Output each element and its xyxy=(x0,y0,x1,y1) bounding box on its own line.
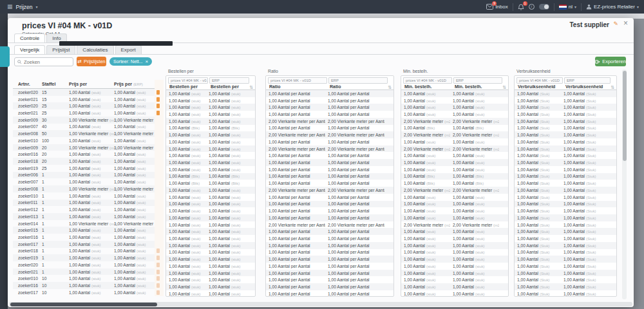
table-row[interactable]: 2,00 Vierkante meter(m2)2,00 Vierkante m… xyxy=(401,187,508,194)
table-row[interactable]: 1,00 Aantal(stuk)1,00 Aantal(stuk) xyxy=(401,104,508,111)
table-row[interactable]: 1,00 Aantal(Stuk)1,00 Aantal(Stuk) xyxy=(515,173,616,180)
col-header-artnr[interactable]: Artnr. xyxy=(18,82,30,86)
table-row[interactable]: 1,00 Aantal(stuk)1,00 Aantal(stuk) xyxy=(166,263,255,270)
table-row[interactable]: 1,00 Aantal(stuk)1,00 Aantal(stuk) xyxy=(166,221,255,229)
table-row[interactable]: 1,00 Aantal(stuk)1,00 Aantal(stuk) xyxy=(166,187,255,194)
table-row[interactable]: 1,00 Aantal per Aantal1,00 Aantal per Aa… xyxy=(266,207,393,214)
table-row[interactable]: 1,00 Aantal(stuk)1,00 Aantal(stuk) xyxy=(401,152,508,159)
side-accent-tab[interactable] xyxy=(0,46,10,67)
table-row[interactable]: zoeker016201,00 Aantal(stuk)1,00 Aantal(… xyxy=(13,151,155,158)
table-row[interactable]: 1,00 Aantal per Aantal1,00 Aantal per Aa… xyxy=(266,90,393,97)
table-row[interactable]: 1,00 Aantal(Blik)1,00 Aantal(Blik) xyxy=(166,125,255,132)
table-row[interactable]: 1,00 Aantal per Aantal1,00 Aantal per Aa… xyxy=(266,256,393,263)
table-row[interactable]: 1,00 Aantal(stuk)1,00 Aantal(stuk) xyxy=(166,111,255,118)
table-row[interactable]: 1,00 Aantal(stuk)1,00 Aantal(stuk) xyxy=(166,159,255,166)
source-column-label[interactable]: prices VI #04 MK - v01D xyxy=(516,77,563,84)
table-row[interactable]: 1,00 Aantal per Aantal1,00 Aantal per Aa… xyxy=(266,104,393,111)
table-row[interactable]: 1,00 Aantal per Aantal1,00 Aantal per Aa… xyxy=(266,173,393,180)
table-row[interactable]: 1,00 Aantal(Stuk)1,00 Aantal(Stuk) xyxy=(515,270,616,277)
table-row[interactable]: 1,00 Aantal per Aantal1,00 Aantal per Aa… xyxy=(266,276,393,283)
locale-switcher[interactable]: nl ▾ xyxy=(559,4,576,10)
table-row[interactable]: 2,00 Vierkante meter(m2)2,00 Vierkante m… xyxy=(401,145,508,153)
table-row[interactable]: 1,00 Aantal(stuk)1,00 Aantal(stuk) xyxy=(166,152,255,159)
erp-column-label[interactable]: ERP xyxy=(328,77,388,84)
table-row[interactable]: 1,00 Aantal per Aantal1,00 Aantal per Aa… xyxy=(266,180,393,187)
table-row[interactable]: zoeker016101,00 Aantal(stuk)1,00 Aantal(… xyxy=(13,282,155,289)
table-row[interactable]: 1,00 Aantal(Stuk)1,00 Aantal(Stuk) xyxy=(515,180,616,187)
table-row[interactable]: 1,00 Aantal(Blik)1,00 Aantal(Blik) xyxy=(401,173,508,180)
table-row[interactable]: 1,00 Aantal(Stuk)1,00 Aantal(Stuk) xyxy=(515,214,616,221)
table-row[interactable]: 1,00 Aantal per Aantal1,00 Aantal per Aa… xyxy=(266,235,393,242)
table-row[interactable]: zoeker009301,00 Vierkante meter(m2)1,00 … xyxy=(13,117,155,124)
table-row[interactable]: 1,00 Aantal(Stuk)1,00 Aantal(Stuk) xyxy=(515,166,616,173)
table-row[interactable]: zoeker021251,00 Aantal(stuk)1,00 Aantal(… xyxy=(13,109,155,117)
table-row[interactable]: 2,00 Vierkante meter(m2)2,00 Vierkante m… xyxy=(401,221,508,229)
table-row[interactable]: 1,00 Aantal(Stuk)1,00 Aantal(Stuk) xyxy=(515,249,616,256)
tab-vergelijk[interactable]: Vergelijk xyxy=(14,45,45,54)
table-row[interactable]: 1,00 Aantal(stuk)1,00 Aantal(stuk) xyxy=(401,242,508,249)
table-row[interactable]: 1,00 Aantal(stuk)1,00 Aantal(stuk) xyxy=(166,276,255,283)
table-row[interactable]: 1,00 Aantal(stuk)1,00 Aantal(stuk) xyxy=(166,201,255,208)
erp-column-label[interactable]: ERP xyxy=(453,77,502,84)
table-row[interactable]: 1,00 Aantal per Aantal1,00 Aantal per Aa… xyxy=(266,125,393,132)
table-row[interactable]: 1,00 Aantal(Blik)1,00 Aantal(Blik) xyxy=(401,180,508,187)
app-grid-icon[interactable]: ▦ xyxy=(7,4,13,10)
table-row[interactable]: 1,00 Aantal(Stuk)1,00 Aantal(Stuk) xyxy=(515,90,616,97)
search-input[interactable] xyxy=(24,59,69,65)
table-row[interactable]: 1,00 Aantal(Stuk)1,00 Aantal(Stuk) xyxy=(515,283,616,290)
table-row[interactable]: 1,00 Aantal(stuk)1,00 Aantal(stuk) xyxy=(166,104,255,111)
tab-export[interactable]: Export xyxy=(115,45,142,54)
table-row[interactable]: 1,00 Aantal per Aantal1,00 Aantal per Aa… xyxy=(266,283,393,290)
table-row[interactable]: 1,00 Aantal per Aantal1,00 Aantal per Aa… xyxy=(266,97,393,104)
table-row[interactable]: 1,00 Aantal(stuk)1,00 Aantal(stuk) xyxy=(401,283,508,290)
table-row[interactable]: 1,00 Aantal(Stuk)1,00 Aantal(Stuk) xyxy=(515,111,616,118)
theme-toggle[interactable] xyxy=(539,4,549,10)
table-row[interactable]: zoeker01911,00 Aantal(stuk)1,00 Aantal(s… xyxy=(13,254,155,261)
table-row[interactable]: 1,00 Aantal per Aantal1,00 Aantal per Aa… xyxy=(266,228,393,235)
table-row[interactable]: 1,00 Aantal(Stuk)1,00 Aantal(Stuk) xyxy=(515,125,616,132)
table-row[interactable]: 1,00 Aantal(Stuk)1,00 Aantal(Stuk) xyxy=(515,187,616,194)
table-row[interactable]: 1,00 Aantal(stuk)1,00 Aantal(stuk) xyxy=(166,97,255,104)
vertical-scrollbar[interactable] xyxy=(622,70,627,299)
table-row[interactable]: zoeker00611,00 Aantal(stuk)1,00 Aantal(s… xyxy=(13,172,155,179)
table-row[interactable]: 2,00 Vierkante meter per Aantal2,00 Vier… xyxy=(266,221,393,229)
table-row[interactable]: 1,00 Aantal(stuk)1,00 Aantal(stuk) xyxy=(401,166,508,173)
erp-column-label[interactable]: ERP xyxy=(564,77,611,84)
account-menu[interactable]: EZ-prices Retailer ▾ xyxy=(586,4,639,10)
table-row[interactable]: zoeker009201,00 Vierkante meter(m2)1,00 … xyxy=(13,144,155,151)
table-row[interactable]: 1,00 Aantal(stuk)1,00 Aantal(stuk) xyxy=(166,145,255,153)
table-row[interactable]: 1,00 Aantal(stuk)1,00 Aantal(stuk) xyxy=(401,228,508,235)
table-row[interactable]: 1,00 Aantal(stuk)1,00 Aantal(stuk) xyxy=(401,235,508,242)
edit-pencil-icon[interactable]: ✎ xyxy=(613,21,618,27)
table-row[interactable]: zoeker02011,00 Aantal(stuk)1,00 Aantal(s… xyxy=(13,261,155,268)
table-row[interactable]: 1,00 Aantal(stuk)1,00 Aantal(stuk) xyxy=(401,249,508,256)
table-row[interactable]: 1,00 Aantal(Stuk)1,00 Aantal(Stuk) xyxy=(515,256,616,263)
table-row[interactable]: zoeker01811,00 Aantal(stuk)1,00 Aantal(s… xyxy=(13,248,155,255)
table-row[interactable]: 2,00 Vierkante meter per Aantal2,00 Vier… xyxy=(266,187,393,194)
prijslijsten-button[interactable]: ⇄ Prijslijsten xyxy=(77,57,106,66)
close-icon[interactable]: × xyxy=(623,19,628,28)
table-row[interactable]: zoeker021151,00 Aantal(stuk)1,00 Aantal(… xyxy=(13,96,155,103)
table-row[interactable]: zoeker007401,00 Aantal(stuk)1,00 Aantal(… xyxy=(13,124,155,131)
table-row[interactable]: 1,00 Aantal per Aantal1,00 Aantal per Aa… xyxy=(266,290,393,297)
table-row[interactable]: 1,00 Aantal per Aantal1,00 Aantal per Aa… xyxy=(266,214,393,221)
sort-icon[interactable]: ⇅ xyxy=(502,85,506,90)
table-row[interactable]: 1,00 Aantal(Stuk)1,00 Aantal(Stuk) xyxy=(515,228,616,235)
table-row[interactable]: 1,00 Aantal(stuk)1,00 Aantal(stuk) xyxy=(166,228,255,235)
table-row[interactable]: zoeker01611,00 Aantal(stuk)1,00 Aantal(s… xyxy=(13,234,155,241)
table-row[interactable]: 1,00 Aantal per Aantal1,00 Aantal per Aa… xyxy=(266,159,393,166)
table-row[interactable]: 1,00 Aantal(Stuk)1,00 Aantal(Stuk) xyxy=(515,276,616,283)
table-row[interactable]: 1,00 Aantal(Blik)1,00 Aantal(Blik) xyxy=(166,173,255,180)
table-row[interactable]: 1,00 Aantal per Aantal1,00 Aantal per Aa… xyxy=(266,152,393,159)
notifications-button[interactable]: 1 xyxy=(518,4,524,10)
table-row[interactable]: 1,00 Aantal(stuk)1,00 Aantal(stuk) xyxy=(401,276,508,283)
table-row[interactable]: 1,00 Aantal(stuk)1,00 Aantal(stuk) xyxy=(166,242,255,249)
table-row[interactable]: zoeker02111,00 Aantal(stuk)1,00 Aantal(s… xyxy=(13,268,155,276)
table-row[interactable]: 2,00 Vierkante meter per Aantal2,00 Vier… xyxy=(266,118,393,125)
col-header-prijs-erp[interactable]: Prijs per (ERP) xyxy=(114,82,143,86)
table-row[interactable]: 1,00 Aantal(stuk)1,00 Aantal(stuk) xyxy=(401,214,508,221)
table-row[interactable]: 1,00 Aantal(Stuk)1,00 Aantal(Stuk) xyxy=(515,207,616,214)
table-row[interactable]: 1,00 Aantal per Aantal1,00 Aantal per Aa… xyxy=(266,194,393,201)
inbox-button[interactable]: 9 Inbox xyxy=(486,4,508,10)
table-row[interactable]: 1,00 Aantal(Stuk)1,00 Aantal(Stuk) xyxy=(515,201,616,208)
